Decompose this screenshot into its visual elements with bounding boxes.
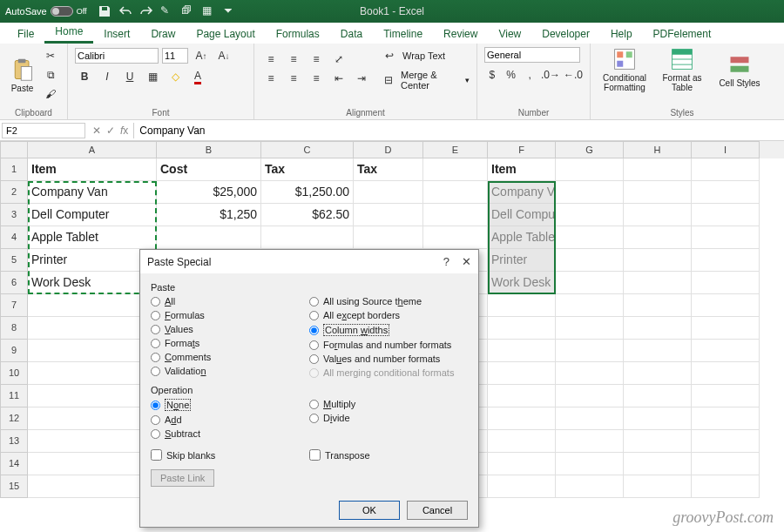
radio-all[interactable]: All: [151, 296, 309, 306]
radio-multiply[interactable]: Multiply: [309, 399, 468, 409]
format-painter-icon[interactable]: 🖌: [41, 85, 60, 103]
col-header-C[interactable]: C: [261, 141, 354, 158]
cell-E2[interactable]: [423, 181, 488, 204]
cell-I13[interactable]: [692, 430, 760, 453]
tab-formulas[interactable]: Formulas: [266, 24, 330, 44]
qat-icon[interactable]: ⏷: [223, 4, 237, 18]
cell-I10[interactable]: [692, 362, 760, 385]
qat-icon[interactable]: ✎: [160, 4, 174, 18]
radio-divide[interactable]: Divide: [309, 413, 468, 423]
cell-A2[interactable]: Company Van: [28, 181, 157, 204]
radio-values-and-number-formats[interactable]: Values and number formats: [309, 354, 468, 364]
cell-H4[interactable]: [624, 226, 692, 249]
name-box[interactable]: [2, 123, 85, 138]
cell-F6[interactable]: Work Desk: [488, 272, 556, 294]
cell-H5[interactable]: [624, 249, 692, 272]
qat-icon[interactable]: 🗊: [181, 4, 195, 18]
shrink-font-icon[interactable]: A↓: [214, 47, 233, 64]
grow-font-icon[interactable]: A↑: [192, 47, 211, 64]
cell-I3[interactable]: [692, 204, 760, 226]
cell-F15[interactable]: [488, 475, 556, 498]
radio-column-widths[interactable]: Column widths: [309, 324, 468, 336]
cell-F10[interactable]: [488, 362, 556, 385]
cell-G13[interactable]: [556, 430, 624, 453]
row-header-14[interactable]: 14: [0, 453, 28, 475]
orientation-icon[interactable]: ⤢: [329, 51, 348, 68]
radio-none[interactable]: None: [151, 399, 309, 411]
cell-G14[interactable]: [556, 453, 624, 475]
tab-data[interactable]: Data: [330, 24, 373, 44]
col-header-D[interactable]: D: [354, 141, 423, 158]
dec-decimal-icon[interactable]: ←.0: [564, 66, 583, 84]
cell-F13[interactable]: [488, 430, 556, 453]
cell-E4[interactable]: [423, 226, 488, 249]
tab-review[interactable]: Review: [433, 24, 488, 44]
cell-G7[interactable]: [556, 294, 624, 317]
skip-blanks-checkbox[interactable]: Skip blanks: [151, 449, 309, 461]
cell-H3[interactable]: [624, 204, 692, 226]
merge-center-button[interactable]: ⊟Merge & Center▾: [380, 70, 470, 91]
align-middle-icon[interactable]: ≡: [284, 51, 303, 68]
cell-A14[interactable]: [28, 453, 157, 475]
row-header-9[interactable]: 9: [0, 340, 28, 362]
cell-H14[interactable]: [624, 453, 692, 475]
cell-I6[interactable]: [692, 272, 760, 294]
tab-view[interactable]: View: [488, 24, 531, 44]
cancel-button[interactable]: Cancel: [407, 501, 468, 520]
paste-button[interactable]: Paste: [7, 57, 37, 93]
cell-F9[interactable]: [488, 340, 556, 362]
radio-formats[interactable]: Formats: [151, 338, 309, 348]
cell-I11[interactable]: [692, 385, 760, 407]
cell-styles-button[interactable]: Cell Styles: [713, 52, 767, 88]
cell-A12[interactable]: [28, 407, 157, 430]
cell-H9[interactable]: [624, 340, 692, 362]
cell-A5[interactable]: Printer: [28, 249, 157, 272]
row-header-13[interactable]: 13: [0, 430, 28, 453]
font-name-select[interactable]: [75, 48, 159, 64]
cut-icon[interactable]: ✂: [41, 47, 60, 64]
cell-G2[interactable]: [556, 181, 624, 204]
cell-G9[interactable]: [556, 340, 624, 362]
copy-icon[interactable]: ⧉: [41, 66, 60, 84]
save-icon[interactable]: [98, 4, 112, 18]
row-header-7[interactable]: 7: [0, 294, 28, 317]
fx-icon[interactable]: fx: [120, 125, 128, 137]
indent-inc-icon[interactable]: ⇥: [352, 70, 371, 87]
radio-all-except-borders[interactable]: All except borders: [309, 310, 468, 320]
cell-H6[interactable]: [624, 272, 692, 294]
cell-H10[interactable]: [624, 362, 692, 385]
radio-formulas-and-number-formats[interactable]: Formulas and number formats: [309, 340, 468, 350]
cell-E3[interactable]: [423, 204, 488, 226]
font-size-select[interactable]: [162, 48, 188, 64]
undo-icon[interactable]: [118, 4, 132, 18]
conditional-formatting-button[interactable]: Conditional Formatting: [598, 47, 652, 92]
cell-C3[interactable]: $62.50: [261, 204, 354, 226]
font-color-icon[interactable]: A: [188, 68, 207, 85]
cell-I2[interactable]: [692, 181, 760, 204]
redo-icon[interactable]: [139, 4, 153, 18]
cell-A4[interactable]: Apple Tablet: [28, 226, 157, 249]
qat-icon[interactable]: ▦: [202, 4, 216, 18]
cell-C1[interactable]: Tax: [261, 158, 354, 181]
row-header-8[interactable]: 8: [0, 317, 28, 340]
cell-H13[interactable]: [624, 430, 692, 453]
cell-A8[interactable]: [28, 317, 157, 340]
cell-G1[interactable]: [556, 158, 624, 181]
row-header-1[interactable]: 1: [0, 158, 28, 181]
radio-validation[interactable]: Validation: [151, 366, 309, 376]
tab-pdfelement[interactable]: PDFelement: [643, 24, 722, 44]
cell-F11[interactable]: [488, 385, 556, 407]
col-header-E[interactable]: E: [423, 141, 488, 158]
cell-H7[interactable]: [624, 294, 692, 317]
cell-F14[interactable]: [488, 453, 556, 475]
cell-F7[interactable]: [488, 294, 556, 317]
col-header-F[interactable]: F: [488, 141, 556, 158]
row-header-11[interactable]: 11: [0, 385, 28, 407]
cell-G3[interactable]: [556, 204, 624, 226]
borders-icon[interactable]: ▦: [143, 68, 162, 85]
cell-H2[interactable]: [624, 181, 692, 204]
cell-I1[interactable]: [692, 158, 760, 181]
cell-G15[interactable]: [556, 475, 624, 498]
cell-D3[interactable]: [354, 204, 423, 226]
cell-H1[interactable]: [624, 158, 692, 181]
